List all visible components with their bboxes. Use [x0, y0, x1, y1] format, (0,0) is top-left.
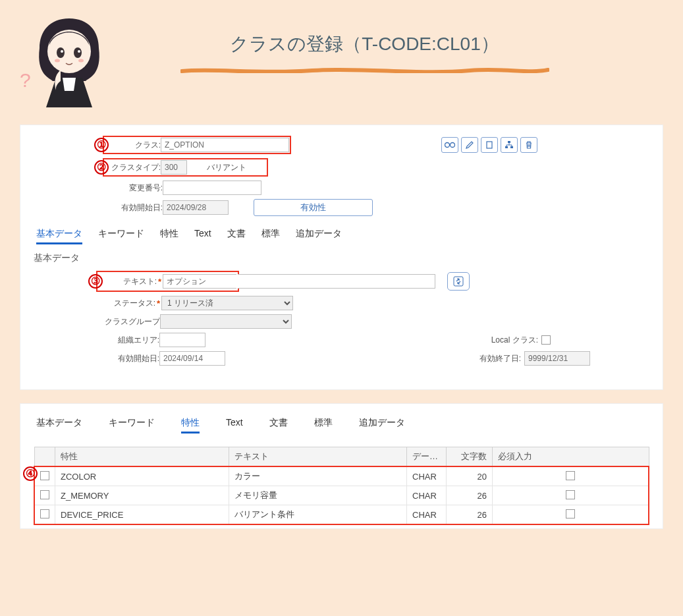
classgrp-select[interactable]: [160, 314, 292, 329]
svg-point-7: [445, 143, 450, 148]
svg-point-1: [57, 47, 65, 58]
classgrp-label: クラスグループ: [96, 316, 160, 327]
svg-point-5: [55, 59, 60, 63]
page-title-text: クラスの登録（T-CODE:CL01）: [230, 34, 499, 54]
table-header-row: 特性 テキスト デー… 文字数 必須入力: [34, 447, 649, 467]
pencil-icon[interactable]: [461, 137, 478, 153]
tabs-1: 基本データ キーワード 特性 Text 文書 標準 追加データ: [36, 228, 649, 244]
row-checkbox[interactable]: [40, 509, 49, 518]
classtype-label: クラスタイプ:: [105, 162, 161, 173]
validfrom-input[interactable]: [163, 200, 229, 215]
table-row[interactable]: DEVICE_PRICE バリアント条件 CHAR 26: [34, 505, 649, 525]
tab2-additional-data[interactable]: 追加データ: [359, 417, 405, 434]
cell-dtype: CHAR: [407, 505, 447, 525]
col-characteristic: 特性: [55, 447, 229, 467]
validto-label: 有効終了日:: [462, 353, 521, 364]
cell-char: Z_MEMORY: [55, 486, 229, 505]
col-length: 文字数: [447, 447, 493, 467]
callout-4: ④: [23, 466, 38, 481]
validfrom-label: 有効開始日:: [106, 202, 163, 213]
variant-label: バリアント: [187, 162, 266, 173]
tabs-2: 基本データ キーワード 特性 Text 文書 標準 追加データ: [36, 417, 649, 434]
tab-text[interactable]: Text: [194, 228, 211, 244]
class-label: クラス:: [105, 140, 161, 151]
validity-button[interactable]: 有効性: [254, 199, 373, 216]
req-checkbox[interactable]: [566, 509, 575, 518]
col-datatype: デー…: [407, 447, 447, 467]
localclass-label: Local クラス:: [479, 335, 538, 346]
cell-text: カラー: [229, 466, 407, 486]
validto-input[interactable]: [524, 351, 590, 366]
row-checkbox[interactable]: [40, 490, 49, 499]
cell-len: 26: [447, 505, 493, 525]
tab-document[interactable]: 文書: [227, 228, 246, 244]
callout-2: ②: [94, 160, 109, 175]
tab2-text[interactable]: Text: [226, 417, 243, 434]
col-required: 必須入力: [493, 447, 649, 467]
cell-len: 20: [447, 466, 493, 486]
req-checkbox[interactable]: [566, 490, 575, 499]
orgarea-label: 組織エリア:: [96, 335, 159, 346]
class-input[interactable]: [161, 138, 289, 152]
tab2-keyword[interactable]: キーワード: [109, 417, 155, 434]
tab2-basic-data[interactable]: 基本データ: [36, 417, 82, 434]
tab-standard[interactable]: 標準: [261, 228, 280, 244]
cell-text: バリアント条件: [229, 505, 407, 525]
tab-characteristics[interactable]: 特性: [160, 228, 178, 244]
orgarea-input[interactable]: [159, 333, 205, 347]
glasses-icon[interactable]: [441, 137, 458, 153]
svg-rect-12: [510, 146, 513, 148]
cell-len: 26: [447, 486, 493, 505]
svg-rect-11: [505, 146, 508, 148]
cell-dtype: CHAR: [407, 486, 447, 505]
validfrom2-label: 有効開始日:: [96, 353, 159, 364]
text-label: テキスト:: [99, 276, 157, 287]
tab2-document[interactable]: 文書: [269, 417, 288, 434]
trash-icon[interactable]: [520, 137, 537, 153]
underline-decoration: [180, 67, 549, 73]
row-checkbox[interactable]: [40, 471, 49, 480]
table-row[interactable]: ZCOLOR カラー CHAR 20: [34, 466, 649, 486]
copy-icon[interactable]: [481, 137, 498, 153]
classtype-input[interactable]: [161, 160, 187, 175]
status-label: ステータス:: [96, 298, 155, 309]
cell-dtype: CHAR: [407, 466, 447, 486]
tab2-standard[interactable]: 標準: [314, 417, 333, 434]
svg-rect-13: [454, 277, 463, 286]
required-asterisk: *: [157, 298, 160, 308]
text-input[interactable]: [163, 274, 236, 289]
tab-additional-data[interactable]: 追加データ: [296, 228, 342, 244]
localclass-checkbox[interactable]: [541, 335, 551, 345]
required-asterisk: *: [158, 277, 161, 287]
hierarchy-icon[interactable]: [501, 137, 518, 153]
status-select[interactable]: 1 リリース済: [161, 296, 293, 310]
section1-title: 基本データ: [34, 252, 649, 264]
callout-3: ③: [88, 274, 103, 289]
expand-icon[interactable]: [447, 272, 470, 291]
question-mark-icon: ?: [20, 69, 31, 92]
page-title: クラスの登録（T-CODE:CL01）: [72, 32, 657, 88]
col-text: テキスト: [229, 447, 407, 467]
cell-char: ZCOLOR: [55, 466, 229, 486]
validfrom2-input[interactable]: [159, 351, 225, 366]
cell-char: DEVICE_PRICE: [55, 505, 229, 525]
svg-point-3: [61, 50, 63, 53]
cell-text: メモリ容量: [229, 486, 407, 505]
table-row[interactable]: Z_MEMORY メモリ容量 CHAR 26: [34, 486, 649, 505]
changeno-label: 変更番号:: [106, 182, 163, 194]
req-checkbox[interactable]: [566, 471, 575, 480]
svg-rect-9: [487, 142, 492, 148]
svg-point-8: [451, 143, 455, 148]
svg-rect-10: [508, 141, 510, 143]
tab-keyword[interactable]: キーワード: [98, 228, 144, 244]
characteristics-table: 特性 テキスト デー… 文字数 必須入力 ZCOLOR カラー CHAR 20: [34, 447, 649, 525]
tab2-characteristics[interactable]: 特性: [181, 417, 200, 434]
changeno-input[interactable]: [163, 181, 261, 195]
col-select: [34, 447, 55, 467]
tab-basic-data[interactable]: 基本データ: [36, 228, 82, 244]
callout-1: ①: [94, 138, 109, 152]
